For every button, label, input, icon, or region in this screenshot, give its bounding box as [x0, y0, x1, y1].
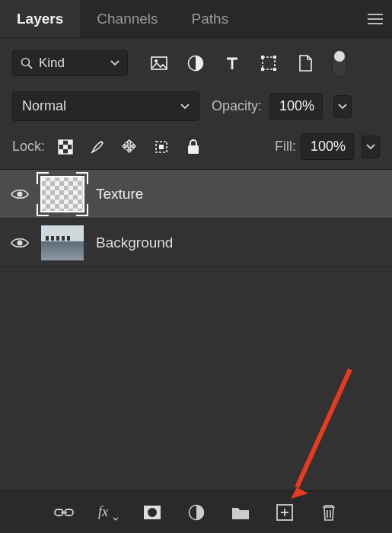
svg-rect-13	[59, 149, 63, 154]
delete-layer-icon[interactable]	[318, 502, 339, 523]
layer-list: Texture Background	[0, 169, 392, 490]
layer-row[interactable]: Background	[0, 219, 392, 267]
tab-layers[interactable]: Layers	[0, 0, 80, 37]
svg-rect-17	[188, 145, 199, 154]
search-icon	[21, 57, 33, 69]
filter-kind-dropdown[interactable]: Kind	[12, 50, 128, 76]
lock-label: Lock:	[12, 139, 45, 155]
group-icon[interactable]	[230, 502, 251, 523]
tab-bar: Layers Channels Paths	[0, 0, 392, 38]
filter-adjustment-icon[interactable]	[186, 53, 206, 73]
svg-rect-14	[68, 149, 72, 154]
lock-pixels-icon[interactable]	[88, 137, 107, 157]
filter-shape-icon[interactable]	[259, 53, 279, 73]
new-layer-icon[interactable]	[274, 502, 295, 523]
link-layers-icon[interactable]	[53, 502, 75, 523]
svg-rect-10	[59, 140, 63, 145]
layer-thumbnail[interactable]	[41, 177, 84, 212]
filter-toggle[interactable]	[332, 49, 347, 78]
layer-name[interactable]: Background	[96, 235, 173, 251]
opacity-input[interactable]: 100%	[269, 93, 323, 120]
filter-pixel-icon[interactable]	[149, 53, 169, 73]
lock-row: Lock: Fill: 100%	[0, 127, 392, 169]
chevron-down-icon	[110, 60, 120, 66]
layer-row[interactable]: Texture	[0, 170, 392, 219]
svg-point-2	[155, 59, 158, 62]
lock-transparency-icon[interactable]	[56, 137, 75, 157]
bottom-toolbar: fx	[0, 490, 392, 533]
svg-rect-16	[159, 145, 164, 149]
layer-mask-icon[interactable]	[142, 502, 163, 523]
opacity-value: 100%	[279, 98, 314, 114]
svg-text:fx: fx	[98, 504, 108, 519]
adjustment-layer-icon[interactable]	[186, 502, 207, 523]
filter-row: Kind	[0, 38, 392, 84]
svg-rect-7	[261, 68, 264, 71]
visibility-toggle[interactable]	[11, 185, 29, 203]
lock-position-icon[interactable]	[120, 137, 139, 157]
layers-panel: Layers Channels Paths Kind	[0, 0, 392, 533]
svg-rect-4	[263, 57, 275, 69]
blend-mode-dropdown[interactable]: Normal	[12, 91, 199, 121]
visibility-toggle[interactable]	[11, 234, 29, 252]
lock-all-icon[interactable]	[183, 137, 203, 157]
filter-kind-label: Kind	[39, 56, 65, 71]
fill-value: 100%	[311, 139, 346, 155]
fill-label: Fill:	[275, 139, 296, 155]
lock-artboard-icon[interactable]	[151, 137, 171, 157]
opacity-label: Opacity:	[212, 98, 262, 114]
panel-menu-icon[interactable]	[368, 14, 383, 24]
filter-type-icon[interactable]	[222, 53, 242, 73]
blend-mode-label: Normal	[22, 98, 66, 114]
fill-stepper[interactable]	[362, 136, 380, 158]
svg-point-0	[22, 59, 30, 66]
svg-point-18	[18, 191, 23, 196]
chevron-down-icon	[180, 104, 190, 110]
filter-type-icons	[149, 53, 315, 73]
svg-point-19	[18, 240, 23, 245]
fill-input[interactable]: 100%	[301, 133, 354, 160]
tab-channels[interactable]: Channels	[80, 0, 174, 37]
opacity-stepper[interactable]	[333, 95, 352, 118]
layer-style-icon[interactable]: fx	[97, 502, 119, 523]
svg-point-24	[148, 508, 157, 517]
layer-thumbnail[interactable]	[41, 225, 84, 260]
svg-rect-11	[68, 140, 72, 145]
svg-rect-6	[273, 56, 276, 59]
layer-name[interactable]: Texture	[96, 186, 143, 203]
tab-paths[interactable]: Paths	[175, 0, 246, 37]
svg-rect-5	[261, 56, 264, 59]
svg-rect-1	[151, 57, 167, 69]
blend-row: Normal Opacity: 100%	[0, 84, 392, 127]
svg-rect-8	[273, 68, 276, 71]
svg-rect-12	[63, 145, 68, 149]
filter-smartobject-icon[interactable]	[295, 53, 315, 73]
